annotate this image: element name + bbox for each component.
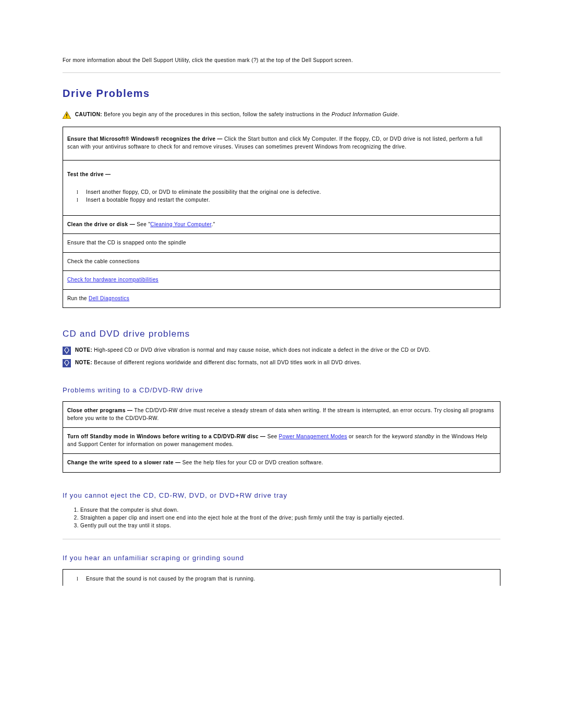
link-dell-diagnostics[interactable]: Dell Diagnostics [89,295,129,301]
note-2: NOTE: Because of different regions world… [63,359,500,367]
link-hardware-incompatibilities[interactable]: Check for hardware incompatibilities [67,277,158,282]
heading-cd-dvd-problems: CD and DVD drive problems [63,329,500,339]
test-drive-list: lInsert another floppy, CD, or DVD to el… [77,188,496,204]
row3-lead: Clean the drive or disk — [67,221,135,227]
note-2-label: NOTE: [75,360,92,365]
heading-drive-problems: Drive Problems [63,88,500,100]
row-hardware-incompat: Check for hardware incompatibilities [63,271,500,290]
note-icon [63,347,71,355]
caution-label: CAUTION: [75,112,102,117]
caution-box: CAUTION: Before you begin any of the pro… [63,111,500,119]
caution-text: CAUTION: Before you begin any of the pro… [75,111,500,118]
row-standby-mode: Turn off Standby mode in Windows before … [63,428,500,454]
row-sound: lEnsure that the sound is not caused by … [63,569,500,586]
t2r1-lead: Close other programs — [67,408,133,413]
t2r3-rest: See the help files for your CD or DVD cr… [181,460,323,465]
row7-before: Run the [67,295,89,301]
eject-step-2: Straighten a paper clip and insert one e… [80,514,500,522]
t2r2-see: See [265,434,278,439]
link-cleaning-computer[interactable]: Cleaning Your Computer [150,221,211,227]
sound-bullet: Ensure that the sound is not caused by t… [86,575,255,583]
caution-italic: Product Information Guide [332,112,398,117]
row3-see: See " [135,221,150,227]
write-troubleshoot-table: Close other programs — The CD/DVD-RW dri… [63,401,500,473]
eject-steps-list: Ensure that the computer is shut down. S… [80,507,500,529]
row2-lead: Test the drive — [67,171,111,177]
sound-table: lEnsure that the sound is not caused by … [63,569,500,586]
test-drive-item-1: Insert another floppy, CD, or DVD to eli… [86,188,321,196]
note-icon [63,359,71,367]
separator [63,72,500,73]
heading-eject-tray: If you cannot eject the CD, CD-RW, DVD, … [63,491,500,499]
row3-after: ." [212,221,215,227]
t2r2-bold2: RW disc — [237,434,266,439]
note-1-text: NOTE: High-speed CD or DVD drive vibrati… [75,347,500,354]
row-recognize-drive: Ensure that Microsoft® Windows® recogniz… [63,127,500,161]
bullet-marker: l [77,188,81,196]
svg-rect-2 [66,117,67,117]
separator-2 [63,539,500,539]
caution-body-2: . [398,112,399,117]
caution-body-1: Before you begin any of the procedures i… [102,112,332,117]
row-close-programs: Close other programs — The CD/DVD-RW dri… [63,402,500,428]
t2r3-lead: Change the write speed to a slower rate … [67,460,181,465]
intro-text: For more information about the Dell Supp… [63,57,500,63]
eject-step-1: Ensure that the computer is shut down. [80,507,500,514]
test-drive-item-2: Insert a bootable floppy and restart the… [86,196,210,204]
bullet-marker: l [77,196,81,204]
note-2-text: NOTE: Because of different regions world… [75,359,500,366]
row-write-speed: Change the write speed to a slower rate … [63,454,500,473]
caution-icon [63,111,71,119]
eject-step-3: Gently pull out the tray until it stops. [80,522,500,529]
note-1-label: NOTE: [75,347,92,353]
row-cable-connections: Check the cable connections [63,252,500,271]
note-1-body: High-speed CD or DVD drive vibration is … [92,347,431,353]
row-clean-drive: Clean the drive or disk — See "Cleaning … [63,215,500,234]
row-dell-diagnostics: Run the Dell Diagnostics [63,289,500,308]
drive-troubleshoot-table: Ensure that Microsoft® Windows® recogniz… [63,127,500,308]
t2r2-lead: Turn off Standby mode in Windows before … [67,434,237,439]
svg-rect-1 [66,114,67,116]
t2r2-rest1: or search for the keyword [347,434,414,439]
row-snap-spindle: Ensure that the CD is snapped onto the s… [63,234,500,253]
row1-lead: Ensure that Microsoft® Windows® recogniz… [67,136,223,142]
bullet-marker: l [77,575,81,583]
heading-write-problems: Problems writing to a CD/DVD-RW drive [63,386,500,394]
row-test-drive: Test the drive — lInsert another floppy,… [63,161,500,216]
heading-grinding-sound: If you hear an unfamiliar scraping or gr… [63,554,500,562]
t2r2-italic: standby [414,434,434,439]
note-2-body: Because of different regions worldwide a… [92,360,361,365]
note-1: NOTE: High-speed CD or DVD drive vibrati… [63,347,500,355]
link-power-management[interactable]: Power Management Modes [279,434,347,439]
